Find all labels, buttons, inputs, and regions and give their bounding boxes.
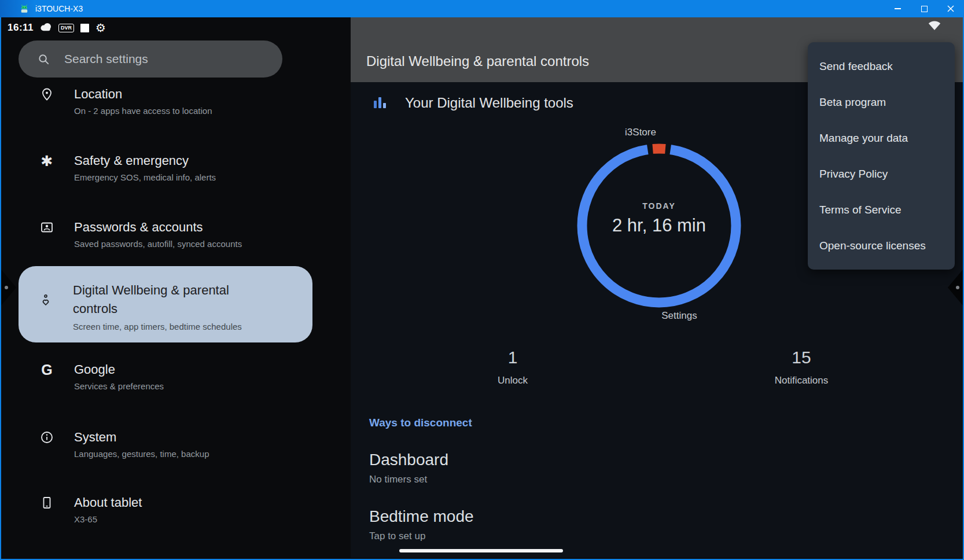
list-item-title: Bedtime mode (369, 507, 925, 526)
list-item-subtitle: No timers set (369, 473, 925, 486)
status-clock: 16:11 (8, 22, 34, 34)
android-screen: 16:11 DVR ⚙ Sear (0, 17, 964, 560)
maximize-button[interactable] (911, 0, 937, 17)
horizontal-scrollbar-thumb[interactable] (399, 549, 563, 552)
menu-item-privacy-policy[interactable]: Privacy Policy (808, 156, 955, 192)
wifi-icon (928, 21, 941, 34)
android-app-icon (19, 3, 30, 14)
donut-center-caption: TODAY (601, 201, 717, 211)
sidebar-item-title: Digital Wellbeing & parental controls (73, 281, 264, 318)
list-item-title: Dashboard (369, 450, 925, 470)
stat-notifications[interactable]: 15 Notifications (744, 347, 859, 387)
close-button[interactable] (937, 0, 964, 17)
donut-center-value: 2 hr, 16 min (572, 215, 746, 236)
sidebar-item-system[interactable]: System Languages, gestures, time, backup (20, 429, 312, 460)
right-edge-panel-handle[interactable] (948, 270, 963, 305)
close-icon (947, 5, 954, 12)
emergency-asterisk-icon: ✱ (39, 153, 54, 168)
sidebar-item-about-tablet[interactable]: About tablet X3-65 (20, 494, 312, 526)
list-item-dashboard[interactable]: Dashboard No timers set (369, 450, 925, 486)
app-window: i3TOUCH-X3 16:11 (0, 0, 964, 560)
donut-label-settings: Settings (639, 310, 720, 322)
sidebar-item-digital-wellbeing[interactable]: Digital Wellbeing & parental controls Sc… (19, 266, 312, 342)
menu-item-beta-program[interactable]: Beta program (808, 84, 955, 120)
stat-label: Unlock (455, 374, 571, 387)
dvr-icon: DVR (58, 24, 74, 32)
sidebar-item-safety-emergency[interactable]: ✱ Safety & emergency Emergency SOS, medi… (20, 152, 312, 184)
sidebar-item-subtitle: Screen time, app timers, bedtime schedul… (73, 320, 312, 333)
ways-to-disconnect-heading: Ways to disconnect (369, 417, 472, 429)
search-icon (37, 53, 50, 66)
stat-value: 15 (744, 347, 859, 368)
list-item-bedtime-mode[interactable]: Bedtime mode Tap to set up (369, 507, 925, 543)
gear-icon: ⚙ (95, 22, 106, 34)
stat-label: Notifications (744, 374, 859, 387)
cloud-icon (40, 22, 52, 34)
window-titlebar[interactable]: i3TOUCH-X3 (0, 0, 964, 17)
sidebar-item-subtitle: On - 2 apps have access to location (74, 105, 312, 117)
sidebar-item-subtitle: Languages, gestures, time, backup (74, 448, 312, 460)
search-placeholder: Search settings (64, 52, 148, 66)
handle-dot (5, 286, 8, 289)
status-bar: 16:11 DVR ⚙ (8, 17, 106, 38)
screenshare-square-icon (80, 24, 89, 32)
minimize-button[interactable] (884, 0, 911, 17)
bar-chart-icon (374, 95, 388, 110)
donut-label-i3store: i3Store (602, 126, 679, 139)
sidebar-item-subtitle: X3-65 (74, 513, 312, 526)
stat-value: 1 (455, 347, 571, 368)
sidebar-item-title: Safety & emergency (74, 152, 312, 170)
google-g-icon: G (39, 362, 54, 377)
search-input[interactable]: Search settings (19, 40, 282, 78)
overflow-menu: Send feedback Beta program Manage your d… (808, 42, 955, 270)
menu-item-manage-your-data[interactable]: Manage your data (808, 120, 955, 156)
stat-unlock[interactable]: 1 Unlock (455, 347, 571, 387)
settings-sidebar: 16:11 DVR ⚙ Sear (1, 17, 351, 558)
sidebar-item-title: Google (74, 361, 312, 378)
sidebar-item-google[interactable]: G Google Services & preferences (20, 361, 312, 393)
tablet-icon (39, 495, 54, 510)
list-item-subtitle: Tap to set up (369, 530, 925, 543)
maximize-icon (921, 6, 928, 12)
minimize-icon (895, 8, 901, 9)
section-title: Your Digital Wellbeing tools (405, 94, 573, 112)
menu-item-open-source-licenses[interactable]: Open-source licenses (808, 228, 955, 264)
sidebar-item-subtitle: Saved passwords, autofill, synced accoun… (74, 238, 312, 250)
sidebar-item-subtitle: Emergency SOS, medical info, alerts (74, 171, 312, 184)
sidebar-item-title: About tablet (74, 494, 312, 511)
location-pin-icon (39, 87, 54, 102)
sidebar-item-passwords-accounts[interactable]: Passwords & accounts Saved passwords, au… (20, 219, 312, 250)
wellbeing-heart-icon (38, 293, 53, 308)
menu-item-send-feedback[interactable]: Send feedback (808, 49, 955, 84)
sidebar-item-title: Location (74, 86, 312, 103)
contact-card-icon (39, 220, 54, 235)
info-icon (39, 430, 54, 445)
sidebar-item-title: System (74, 429, 312, 446)
sidebar-item-title: Passwords & accounts (74, 219, 312, 236)
left-edge-panel-handle[interactable] (1, 270, 16, 305)
sidebar-item-location[interactable]: Location On - 2 apps have access to loca… (20, 86, 312, 117)
sidebar-item-subtitle: Services & preferences (74, 380, 312, 393)
window-title: i3TOUCH-X3 (35, 4, 83, 13)
handle-dot (956, 286, 959, 289)
menu-item-terms-of-service[interactable]: Terms of Service (808, 192, 955, 228)
page-title: Digital Wellbeing & parental controls (366, 52, 589, 71)
